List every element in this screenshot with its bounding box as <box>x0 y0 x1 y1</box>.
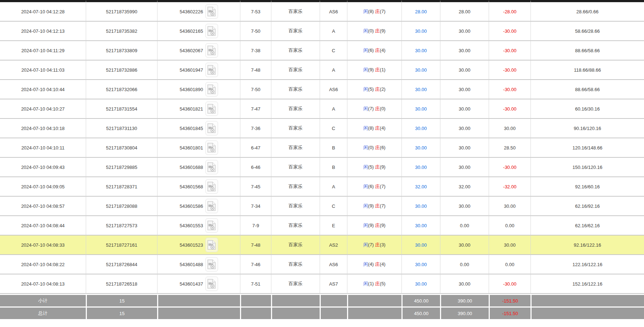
cell-balance: 28.66/0.66 <box>530 0 644 22</box>
video-replay-button[interactable] <box>205 82 218 97</box>
video-file-icon <box>207 182 216 192</box>
cell-bet-amount: 28.00 <box>401 0 440 22</box>
bet-amount-link[interactable]: 30.00 <box>415 28 427 34</box>
bet-amount-link[interactable]: 28.00 <box>415 9 427 14</box>
round-number: 543601568 <box>179 184 203 189</box>
zhuang-points: (4) <box>380 48 386 53</box>
table-row[interactable]: 2024-07-10 04:11:29521718733809543602067… <box>0 41 644 61</box>
cell-bet-id: 521718729885 <box>86 158 157 177</box>
cell-bet-amount: 30.00 <box>401 99 440 119</box>
cell-profit: 0.00 <box>489 255 530 274</box>
video-replay-button[interactable] <box>205 43 218 58</box>
total-valid-total: 390.00 <box>440 306 489 319</box>
table-row[interactable]: 2024-07-10 04:10:11521718730804543601801… <box>0 138 644 158</box>
table-row[interactable]: 2024-07-10 04:10:44521718732066543601890… <box>0 80 644 99</box>
cell-game-type: 百家乐 <box>271 158 320 177</box>
zhuang-label: 庄 <box>375 106 380 111</box>
video-replay-button[interactable] <box>205 102 218 116</box>
round-id-group: 543601488 <box>179 257 218 272</box>
cell-bet-time: 2024-07-10 04:10:27 <box>0 99 86 119</box>
cell-bet-time: 2024-07-10 04:08:22 <box>0 255 86 274</box>
xian-points: (0) <box>368 145 375 150</box>
table-row[interactable]: 2024-07-10 04:09:43521718729885543601688… <box>0 158 644 177</box>
table-row[interactable]: 2024-07-10 04:09:05521718728371543601568… <box>0 177 644 197</box>
table-row[interactable]: 2024-07-10 04:08:44521718727573543601553… <box>0 216 644 236</box>
table-row[interactable]: 2024-07-10 04:11:03521718732886543601947… <box>0 61 644 80</box>
cell-table-number: 7-46 <box>240 255 271 274</box>
cell-valid-amount: 30.00 <box>440 158 489 177</box>
cell-result: 闲(7) 庄(3) <box>347 236 401 255</box>
cell-round-id: 543601801 <box>157 138 240 158</box>
round-number: 543601947 <box>179 67 203 73</box>
cell-profit: 30.00 <box>489 236 530 255</box>
cell-valid-amount: 30.00 <box>440 236 489 255</box>
bet-amount-link[interactable]: 32.00 <box>415 184 427 189</box>
bet-amount-link[interactable]: 30.00 <box>415 48 427 53</box>
cell-round-id: 543601568 <box>157 177 240 197</box>
bet-amount-link[interactable]: 30.00 <box>415 223 427 228</box>
video-replay-button[interactable] <box>205 238 218 252</box>
bet-amount-link[interactable]: 30.00 <box>415 165 427 170</box>
bet-amount-link[interactable]: 30.00 <box>415 262 427 267</box>
table-row[interactable]: 2024-07-10 04:08:22521718726844543601488… <box>0 255 644 274</box>
video-replay-button[interactable] <box>205 121 218 135</box>
cell-balance: 62.16/62.16 <box>530 216 644 236</box>
xian-label: 闲 <box>363 184 368 189</box>
video-replay-button[interactable] <box>205 277 218 291</box>
xian-points: (5) <box>368 164 375 170</box>
table-row[interactable]: 2024-07-10 04:12:28521718735990543602226… <box>0 0 644 22</box>
table-row[interactable]: 2024-07-10 04:10:27521718731554543601821… <box>0 99 644 119</box>
cell-game-type: 百家乐 <box>271 0 320 22</box>
bet-amount-link[interactable]: 30.00 <box>415 281 427 287</box>
cell-bet-id: 521718731130 <box>86 119 157 138</box>
video-replay-button[interactable] <box>205 257 218 272</box>
video-replay-button[interactable] <box>205 179 218 194</box>
xian-label: 闲 <box>363 48 368 53</box>
cell-table-number: 7-50 <box>240 80 271 99</box>
cell-round-id: 543601553 <box>157 216 240 236</box>
video-file-icon <box>207 45 216 55</box>
video-replay-button[interactable] <box>205 24 218 38</box>
cell-valid-amount: 30.00 <box>440 61 489 80</box>
zhuang-label: 庄 <box>375 28 380 33</box>
video-replay-button[interactable] <box>205 218 218 233</box>
cell-bet-time: 2024-07-10 04:11:29 <box>0 41 86 61</box>
table-row[interactable]: 2024-07-10 04:08:57521718728088543601586… <box>0 197 644 216</box>
subtotal-empty-table <box>240 294 271 306</box>
cell-bet-id: 521718727573 <box>86 216 157 236</box>
cell-bet-code: A <box>320 22 347 41</box>
total-profit-total: -151.50 <box>489 306 530 319</box>
bet-amount-link[interactable]: 30.00 <box>415 106 427 112</box>
table-row[interactable]: 2024-07-10 04:12:13521718735382543602165… <box>0 22 644 41</box>
bet-amount-link[interactable]: 30.00 <box>415 203 427 209</box>
cell-bet-time: 2024-07-10 04:10:44 <box>0 80 86 99</box>
round-number: 543601523 <box>179 242 203 248</box>
zhuang-points: (6) <box>380 145 386 150</box>
cell-round-id: 543602067 <box>157 41 240 61</box>
bet-amount-link[interactable]: 30.00 <box>415 87 427 92</box>
xian-points: (9) <box>368 203 375 209</box>
xian-label: 闲 <box>363 106 368 111</box>
round-id-group: 543601437 <box>179 277 218 291</box>
cell-bet-code: A <box>320 99 347 119</box>
table-row[interactable]: 2024-07-10 04:08:13521718726518543601437… <box>0 274 644 294</box>
cell-bet-code: C <box>320 119 347 138</box>
video-replay-button[interactable] <box>205 199 218 213</box>
total-bet-total: 450.00 <box>401 306 440 319</box>
cell-bet-code: C <box>320 41 347 61</box>
video-replay-button[interactable] <box>205 140 218 155</box>
table-row[interactable]: 2024-07-10 04:08:33521718727161543601523… <box>0 236 644 255</box>
video-replay-button[interactable] <box>205 63 218 77</box>
cell-round-id: 543601523 <box>157 236 240 255</box>
video-replay-button[interactable] <box>205 4 218 19</box>
video-replay-button[interactable] <box>205 160 218 174</box>
cell-bet-time: 2024-07-10 04:12:13 <box>0 22 86 41</box>
table-row[interactable]: 2024-07-10 04:10:18521718731130543601845… <box>0 119 644 138</box>
bet-amount-link[interactable]: 30.00 <box>415 126 427 131</box>
xian-points: (0) <box>368 28 375 33</box>
bet-amount-link[interactable]: 30.00 <box>415 242 427 248</box>
zhuang-label: 庄 <box>375 164 380 170</box>
bet-amount-link[interactable]: 30.00 <box>415 145 427 151</box>
cell-balance: 88.66/58.66 <box>530 41 644 61</box>
bet-amount-link[interactable]: 30.00 <box>415 67 427 73</box>
